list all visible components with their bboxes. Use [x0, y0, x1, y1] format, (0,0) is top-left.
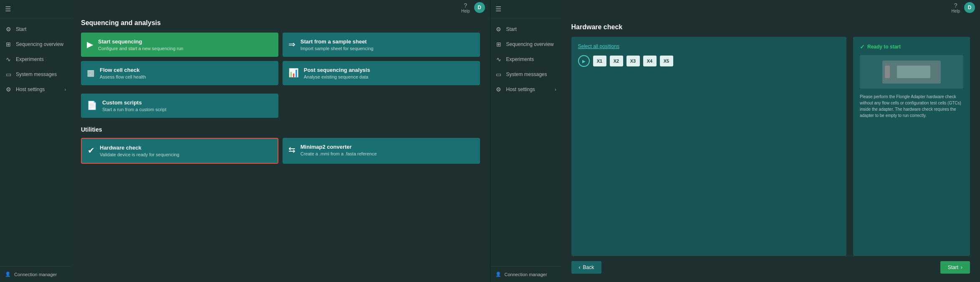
start-label: Start — [948, 264, 958, 270]
hw-ready-panel: ✓ Ready to start Please perform the — [853, 37, 970, 256]
right-main-content: ? Help D Hardware check Select all posit… — [561, 0, 980, 282]
sidebar-item-sys-label: System messages — [16, 71, 57, 77]
sidebar-item-system-messages[interactable]: ▭ System messages — [0, 67, 71, 82]
hw-check-title: Hardware check — [571, 23, 970, 31]
settings-icon: ⚙ — [5, 86, 12, 93]
sample-sheet-subtitle: Import sample sheet for sequencing — [301, 46, 374, 51]
hamburger-icon[interactable]: ☰ — [3, 4, 13, 14]
minimap2-card[interactable]: ⇆ Minimap2 converter Create a .mmi from … — [283, 138, 480, 164]
user-avatar[interactable]: D — [474, 2, 485, 13]
hardware-check-icon: ✔ — [88, 145, 95, 155]
section2-title: Utilities — [81, 126, 480, 133]
hw-positions-panel: Select all positions ▶ X1 X2 X3 X4 X5 — [571, 37, 847, 256]
sidebar-item-start-label: Start — [16, 26, 26, 32]
right-start-icon: ⚙ — [495, 26, 502, 33]
message-icon: ▭ — [5, 71, 12, 78]
right-hamburger-icon[interactable]: ☰ — [494, 4, 503, 14]
right-connection-icon: 👤 — [495, 272, 501, 277]
right-sidebar: ☰ ⚙ Start ⊞ Sequencing overview ∿ Experi… — [490, 0, 561, 282]
right-settings-icon: ⚙ — [495, 86, 502, 93]
play-icon: ▶ — [87, 39, 93, 49]
flow-cell-check-card[interactable]: ▦ Flow cell check Assess flow cell healt… — [81, 61, 278, 85]
minimap2-title: Minimap2 converter — [301, 144, 377, 150]
start-button[interactable]: Start › — [940, 261, 970, 274]
right-sidebar-seq-label: Sequencing overview — [506, 41, 554, 47]
ready-label: Ready to start — [867, 44, 901, 50]
back-icon: ‹ — [579, 264, 581, 270]
hardware-check-title: Hardware check — [100, 145, 179, 151]
post-seq-subtitle: Analyse existing sequence data — [304, 74, 370, 79]
position-x3[interactable]: X3 — [626, 56, 640, 66]
hw-description: Please perform the Flongle Adapter hardw… — [860, 94, 963, 119]
device-port — [885, 66, 890, 78]
sidebar-item-host-settings[interactable]: ⚙ Host settings › — [0, 82, 71, 97]
sequencing-cards: ▶ Start sequencing Configure and start a… — [81, 33, 480, 85]
start-icon: ⚙ — [5, 26, 12, 33]
right-sidebar-item-exp[interactable]: ∿ Experiments — [490, 52, 561, 67]
hw-bottom-bar: ‹ Back Start › — [571, 256, 970, 274]
help-icon: ? — [464, 2, 467, 9]
sidebar-nav: ⚙ Start ⊞ Sequencing overview ∿ Experime… — [0, 18, 71, 266]
sidebar-item-experiments[interactable]: ∿ Experiments — [0, 52, 71, 67]
converter-icon: ⇆ — [288, 145, 296, 155]
right-connection-label: Connection manager — [505, 272, 547, 277]
position-x2[interactable]: X2 — [610, 56, 623, 66]
right-wave-icon: ∿ — [495, 56, 502, 63]
right-sidebar-start-label: Start — [506, 26, 517, 32]
run-play-button[interactable]: ▶ — [578, 55, 590, 67]
start-sequencing-card[interactable]: ▶ Start sequencing Configure and start a… — [81, 33, 278, 57]
right-connection-manager[interactable]: 👤 Connection manager — [490, 266, 561, 282]
start-sequencing-title: Start sequencing — [98, 38, 183, 45]
grid-icon: ⊞ — [5, 41, 12, 48]
user-initial: D — [477, 5, 481, 10]
back-button[interactable]: ‹ Back — [571, 261, 602, 274]
flow-cell-subtitle: Assess flow cell health — [100, 74, 146, 79]
right-msg-icon: ▭ — [495, 71, 502, 78]
sample-sheet-title: Start from a sample sheet — [301, 38, 374, 45]
flow-cell-title: Flow cell check — [100, 67, 146, 73]
right-chevron-right-icon: › — [555, 87, 556, 92]
post-seq-title: Post sequencing analysis — [304, 67, 370, 73]
sample-sheet-card[interactable]: ⇒ Start from a sample sheet Import sampl… — [283, 33, 480, 57]
import-icon: ⇒ — [288, 39, 296, 49]
back-label: Back — [583, 264, 594, 270]
help-button[interactable]: ? Help — [461, 2, 470, 13]
right-sidebar-item-seq[interactable]: ⊞ Sequencing overview — [490, 37, 561, 52]
chevron-right-icon: › — [65, 87, 66, 92]
custom-scripts-title: Custom scripts — [102, 99, 166, 106]
check-icon: ✓ — [860, 43, 865, 50]
positions-row: ▶ X1 X2 X3 X4 X5 — [578, 55, 840, 67]
sidebar-item-exp-label: Experiments — [16, 56, 44, 62]
section1-title: Sequencing and analysis — [81, 19, 480, 27]
sidebar-item-sequencing-overview[interactable]: ⊞ Sequencing overview — [0, 37, 71, 52]
start-sequencing-subtitle: Configure and start a new sequencing run — [98, 46, 183, 51]
connection-icon: 👤 — [5, 272, 11, 277]
connection-manager[interactable]: 👤 Connection manager — [0, 266, 71, 282]
right-sidebar-item-sys[interactable]: ▭ System messages — [490, 67, 561, 82]
right-help-icon: ? — [954, 2, 957, 9]
hw-content: Select all positions ▶ X1 X2 X3 X4 X5 — [571, 37, 970, 256]
right-sidebar-host-label: Host settings — [506, 86, 535, 92]
device-illustration — [860, 55, 963, 89]
select-all-link[interactable]: Select all positions — [578, 43, 840, 49]
wave-icon: ∿ — [5, 56, 12, 63]
custom-scripts-subtitle: Start a run from a custom script — [102, 107, 166, 112]
right-user-avatar[interactable]: D — [964, 2, 975, 13]
right-help-label: Help — [951, 9, 960, 13]
help-label: Help — [461, 9, 470, 13]
right-sidebar-exp-label: Experiments — [506, 56, 534, 62]
right-help-button[interactable]: ? Help — [951, 2, 960, 13]
left-main-content: ? Help D Sequencing and analysis ▶ Start… — [71, 0, 490, 282]
right-sidebar-sys-label: System messages — [506, 71, 547, 77]
right-sidebar-item-host[interactable]: ⚙ Host settings › — [490, 82, 561, 97]
position-x4[interactable]: X4 — [643, 56, 657, 66]
position-x1[interactable]: X1 — [593, 56, 606, 66]
hardware-check-card[interactable]: ✔ Hardware check Validate device is read… — [81, 138, 278, 164]
post-seq-card[interactable]: 📊 Post sequencing analysis Analyse exist… — [283, 61, 480, 85]
position-x5[interactable]: X5 — [660, 56, 673, 66]
flow-cell-icon: ▦ — [87, 68, 95, 78]
start-arrow-icon: › — [961, 264, 962, 270]
sidebar-item-start[interactable]: ⚙ Start — [0, 22, 71, 37]
custom-scripts-card[interactable]: 📄 Custom scripts Start a run from a cust… — [81, 94, 278, 118]
right-sidebar-item-start[interactable]: ⚙ Start — [490, 22, 561, 37]
